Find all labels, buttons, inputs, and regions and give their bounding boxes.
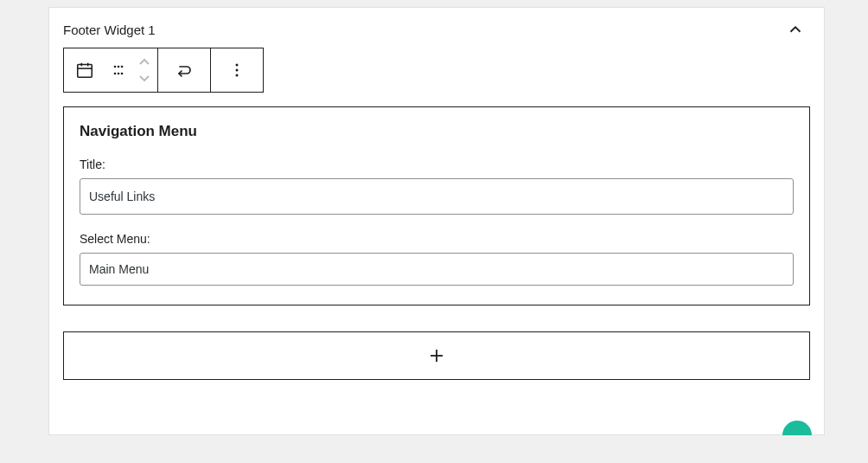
block-toolbar: [63, 48, 264, 93]
add-block-button[interactable]: [63, 331, 810, 380]
form-row-title: Title:: [80, 158, 794, 215]
move-up-button[interactable]: [137, 55, 151, 70]
svg-point-10: [236, 64, 239, 67]
plus-icon: [426, 345, 447, 366]
toolbar-group-more: [211, 48, 263, 92]
svg-point-7: [114, 73, 117, 75]
drag-handle-icon: [112, 64, 124, 76]
svg-point-9: [121, 73, 124, 75]
chevron-down-icon: [137, 73, 151, 83]
move-down-button[interactable]: [137, 70, 151, 86]
form-row-select-menu: Select Menu: Main Menu: [80, 232, 794, 286]
svg-point-4: [114, 66, 117, 68]
svg-point-11: [236, 69, 239, 72]
panel-title: Footer Widget 1: [63, 23, 156, 37]
svg-point-12: [236, 74, 239, 77]
title-label: Title:: [80, 158, 794, 171]
svg-point-8: [118, 73, 120, 75]
toolbar-group-transform: [158, 48, 211, 92]
widget-card-heading: Navigation Menu: [80, 123, 794, 140]
collapse-toggle[interactable]: [786, 20, 810, 39]
swap-icon: [174, 60, 195, 80]
title-input[interactable]: [80, 178, 794, 215]
block-type-button[interactable]: [64, 48, 105, 92]
panel-header: Footer Widget 1: [49, 8, 824, 48]
move-updown-group: [131, 48, 157, 92]
widget-panel: Footer Widget 1: [48, 7, 825, 435]
drag-handle-button[interactable]: [105, 48, 131, 92]
select-menu-dropdown[interactable]: Main Menu: [80, 253, 794, 286]
svg-point-6: [121, 66, 124, 68]
svg-rect-0: [78, 65, 93, 78]
widget-card: Navigation Menu Title: Select Menu: Main…: [63, 106, 810, 305]
more-options-button[interactable]: [211, 48, 263, 92]
chevron-up-icon: [137, 57, 151, 68]
chevron-up-icon: [786, 20, 805, 39]
more-vertical-icon: [228, 61, 246, 79]
transform-button[interactable]: [158, 48, 210, 92]
select-menu-label: Select Menu:: [80, 232, 794, 246]
calendar-icon: [75, 61, 94, 80]
svg-point-5: [118, 66, 120, 68]
help-badge-icon[interactable]: [782, 421, 812, 435]
toolbar-group-block: [64, 48, 158, 92]
